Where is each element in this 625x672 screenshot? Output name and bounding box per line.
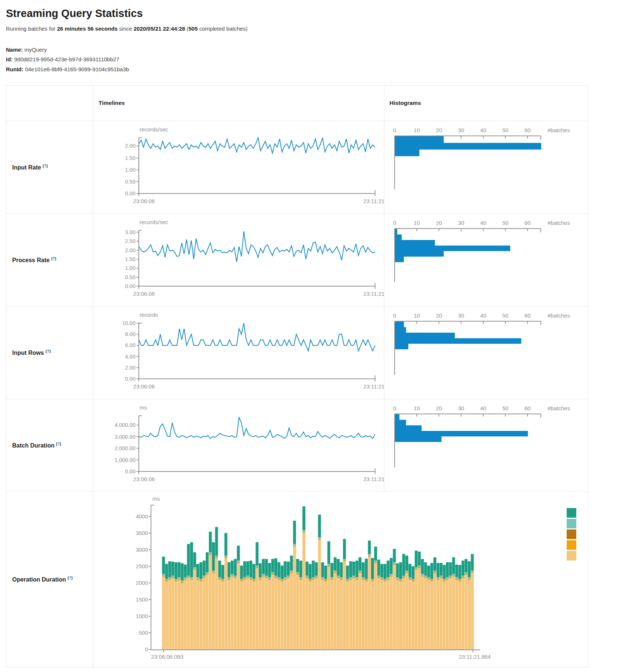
svg-text:1500: 1500: [136, 596, 148, 603]
svg-text:1000: 1000: [136, 613, 148, 619]
input-rate-histogram-cell: 0102030405060#batches: [384, 121, 588, 213]
batch-duration-histogram-chart: 0102030405060#batches: [384, 399, 588, 491]
svg-text:10: 10: [414, 127, 420, 133]
svg-text:40: 40: [480, 405, 487, 411]
runid-label: RunId:: [6, 66, 23, 72]
svg-text:23:11:21: 23:11:21: [363, 291, 384, 297]
svg-text:ms: ms: [140, 404, 147, 411]
svg-text:ms: ms: [152, 496, 160, 502]
svg-text:40: 40: [480, 127, 487, 133]
svg-text:3000: 3000: [136, 546, 148, 552]
svg-text:23:06:06: 23:06:06: [133, 291, 155, 297]
svg-text:2.00: 2.00: [125, 143, 135, 149]
svg-text:0.00: 0.00: [125, 376, 135, 382]
svg-text:1.00: 1.00: [125, 265, 135, 271]
svg-text:20: 20: [436, 220, 442, 226]
help-icon[interactable]: (?): [51, 256, 56, 261]
completed-batches-count: 505: [189, 25, 198, 32]
svg-text:1.50: 1.50: [125, 256, 135, 262]
svg-text:1.00: 1.00: [125, 167, 135, 172]
svg-text:50: 50: [502, 220, 509, 226]
input-rows-histogram-chart: 0102030405060#batches: [384, 306, 588, 399]
svg-text:3,000.00: 3,000.00: [115, 433, 135, 439]
help-icon[interactable]: (?): [42, 164, 48, 168]
svg-text:60: 60: [525, 312, 531, 319]
query-name-line: Name: myQuery: [6, 45, 619, 55]
svg-text:30: 30: [458, 220, 464, 226]
legend-swatch-icon: [567, 540, 576, 550]
running-duration: 26 minutes 56 seconds: [57, 25, 117, 32]
svg-text:#batches: #batches: [547, 220, 570, 226]
svg-text:2.00: 2.00: [125, 247, 135, 253]
svg-text:0.00: 0.00: [125, 469, 135, 474]
batch-duration-timeline-chart: ms4,000.003,000.002,000.001,000.000.0023…: [93, 399, 384, 491]
operation-duration-label-cell: Operation Duration(?): [6, 491, 93, 667]
id-label: Id:: [6, 56, 13, 62]
help-icon[interactable]: (?): [68, 576, 73, 580]
svg-text:2,000.00: 2,000.00: [115, 445, 135, 451]
svg-text:20: 20: [436, 405, 442, 411]
svg-text:60: 60: [525, 127, 531, 133]
svg-text:23:06:06: 23:06:06: [133, 476, 155, 482]
svg-text:records: records: [140, 312, 158, 318]
summary-text: completed batches): [198, 25, 248, 32]
svg-text:2000: 2000: [136, 580, 148, 586]
row-label: Process Rate: [12, 257, 49, 263]
svg-text:2.50: 2.50: [125, 238, 135, 244]
svg-text:2500: 2500: [136, 563, 148, 569]
query-runid-line: RunId: 04e101e6-8bf8-4165-9099-9104c951b…: [6, 65, 619, 74]
row-input-rate: Input Rate(?) records/sec2.001.501.000.5…: [6, 121, 588, 213]
process-rate-histogram-cell: 0102030405060#batches: [384, 213, 588, 306]
query-runid-value: 04e101e6-8bf8-4165-9099-9104c951ba3b: [23, 66, 129, 72]
svg-text:3.00: 3.00: [125, 229, 135, 235]
help-icon[interactable]: (?): [56, 442, 61, 446]
row-label: Operation Duration: [12, 576, 66, 583]
svg-text:30: 30: [458, 127, 464, 133]
query-name-value: myQuery: [23, 47, 47, 53]
row-process-rate: Process Rate(?) records/sec3.002.502.001…: [6, 213, 588, 306]
svg-text:records/sec: records/sec: [140, 126, 168, 133]
svg-text:#batches: #batches: [547, 127, 570, 133]
svg-text:30: 30: [458, 405, 464, 411]
svg-text:1,000.00: 1,000.00: [115, 457, 135, 463]
svg-text:20: 20: [436, 127, 442, 133]
statistics-table: Timelines Histograms Input Rate(?) recor…: [6, 85, 588, 668]
svg-text:0: 0: [393, 220, 396, 226]
help-icon[interactable]: (?): [45, 349, 51, 353]
svg-text:2.00: 2.00: [125, 365, 135, 371]
page-title: Streaming Query Statistics: [6, 7, 619, 20]
svg-text:6.00: 6.00: [125, 342, 135, 348]
input-rate-timeline-cell: records/sec2.001.501.000.500.0023:06:062…: [93, 121, 384, 213]
svg-text:50: 50: [502, 127, 509, 133]
svg-text:23:11:21: 23:11:21: [363, 476, 384, 482]
row-input-rows: Input Rows(?) records10.008.006.004.002.…: [6, 306, 588, 399]
svg-text:60: 60: [525, 405, 531, 411]
timelines-column-header: Timelines: [93, 85, 384, 121]
row-label: Input Rows: [12, 350, 44, 356]
input-rows-histogram-cell: 0102030405060#batches: [384, 306, 588, 399]
summary-text: Running batches for: [6, 25, 57, 32]
svg-text:4,000.00: 4,000.00: [115, 422, 135, 428]
query-metadata: Name: myQuery Id: 9d0dd219-995d-423e-b97…: [6, 45, 619, 74]
query-id-value: 9d0dd219-995d-423e-b97d-36931110bb27: [13, 56, 119, 62]
operation-duration-legend: [567, 508, 578, 562]
svg-text:4.00: 4.00: [125, 353, 135, 359]
svg-text:10: 10: [414, 405, 420, 411]
row-batch-duration: Batch Duration(?) ms4,000.003,000.002,00…: [6, 399, 588, 491]
streaming-query-statistics-page: Streaming Query Statistics Running batch…: [0, 0, 625, 672]
svg-text:40: 40: [480, 312, 487, 319]
svg-text:#batches: #batches: [547, 405, 570, 411]
legend-swatch-icon: [567, 529, 576, 539]
legend-swatch-icon: [567, 519, 576, 528]
batch-duration-label-cell: Batch Duration(?): [6, 399, 93, 491]
process-rate-label-cell: Process Rate(?): [6, 213, 93, 306]
svg-text:40: 40: [480, 220, 487, 226]
svg-text:50: 50: [502, 312, 509, 319]
svg-text:10: 10: [414, 220, 420, 226]
process-rate-timeline-cell: records/sec3.002.502.001.501.000.500.002…: [93, 213, 384, 306]
empty-header-cell: [6, 85, 93, 121]
svg-text:#batches: #batches: [547, 312, 570, 319]
svg-text:0: 0: [393, 127, 396, 133]
svg-text:10: 10: [414, 312, 420, 319]
batch-duration-timeline-cell: ms4,000.003,000.002,000.001,000.000.0023…: [93, 399, 384, 491]
